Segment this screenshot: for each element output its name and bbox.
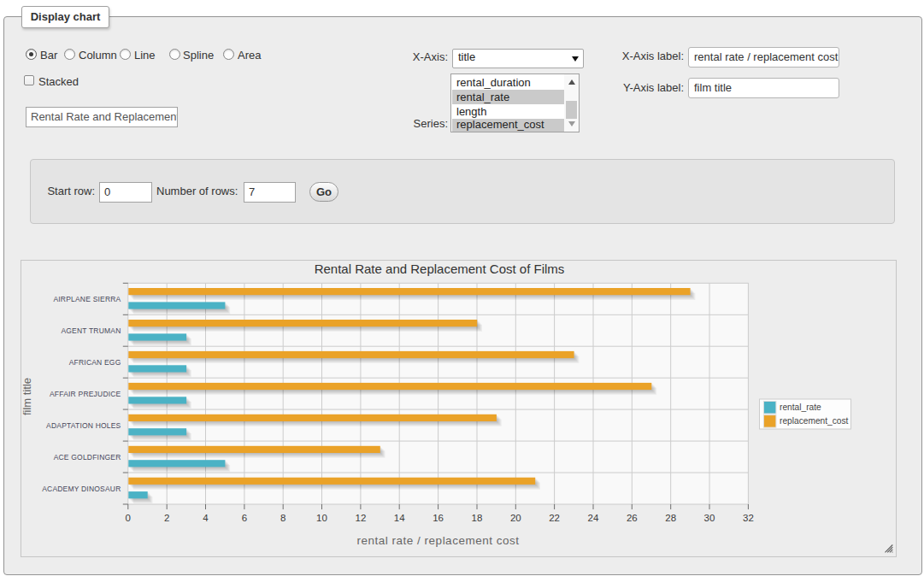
svg-text:rental rate / replacement cost: rental rate / replacement cost: [357, 534, 520, 547]
svg-text:20: 20: [510, 513, 521, 523]
svg-text:rental_rate: rental_rate: [780, 403, 821, 412]
svg-text:16: 16: [433, 513, 444, 523]
svg-text:10: 10: [316, 513, 327, 523]
svg-text:AFFAIR PREJUDICE: AFFAIR PREJUDICE: [50, 390, 121, 398]
svg-text:AIRPLANE SIERRA: AIRPLANE SIERRA: [53, 295, 121, 303]
svg-text:26: 26: [627, 513, 638, 523]
svg-text:AFRICAN EGG: AFRICAN EGG: [69, 358, 121, 367]
svg-text:24: 24: [588, 513, 599, 523]
svg-text:8: 8: [280, 513, 285, 523]
svg-text:2: 2: [164, 513, 169, 523]
svg-text:0: 0: [126, 513, 131, 523]
svg-text:14: 14: [394, 513, 405, 523]
svg-text:AGENT TRUMAN: AGENT TRUMAN: [61, 326, 121, 335]
svg-text:4: 4: [203, 513, 209, 523]
svg-text:12: 12: [356, 513, 367, 523]
svg-text:ADAPTATION HOLES: ADAPTATION HOLES: [46, 421, 121, 430]
svg-text:32: 32: [743, 513, 754, 523]
svg-text:28: 28: [665, 513, 676, 523]
svg-text:Rental Rate and Replacement Co: Rental Rate and Replacement Cost of Film…: [315, 262, 565, 276]
svg-text:6: 6: [242, 513, 247, 523]
svg-text:ACADEMY DINOSAUR: ACADEMY DINOSAUR: [42, 485, 121, 493]
svg-text:30: 30: [704, 513, 715, 523]
svg-text:film title: film title: [21, 378, 33, 415]
svg-text:18: 18: [472, 513, 483, 523]
svg-text:ACE GOLDFINGER: ACE GOLDFINGER: [54, 453, 121, 461]
svg-text:22: 22: [549, 513, 560, 523]
svg-text:replacement_cost: replacement_cost: [780, 416, 849, 426]
